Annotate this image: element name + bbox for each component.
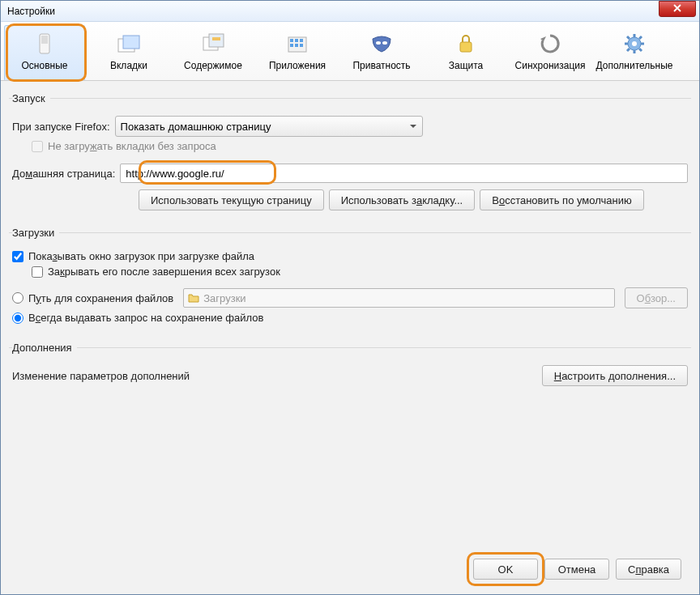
applications-icon [284, 31, 310, 57]
tab-label: Вкладки [110, 60, 147, 71]
tab-label: Защита [449, 60, 484, 71]
tab-applications[interactable]: Приложения [257, 25, 338, 80]
btn-use-current[interactable]: Использовать текущую страницу [139, 189, 324, 210]
mask-icon [369, 31, 395, 57]
homepage-input[interactable] [120, 164, 688, 183]
svg-line-25 [627, 49, 630, 51]
svg-rect-10 [300, 39, 303, 42]
legend-startup: Запуск [12, 92, 50, 104]
group-downloads: Загрузки Показывать окно загрузок при за… [9, 227, 691, 330]
folder-icon [188, 291, 199, 305]
svg-rect-13 [300, 44, 303, 47]
tab-sync[interactable]: Синхронизация [510, 25, 591, 80]
titlebar: Настройки [1, 1, 699, 22]
svg-line-26 [639, 36, 642, 39]
tab-security[interactable]: Защита [425, 25, 506, 80]
show-downloads-checkbox[interactable] [12, 251, 23, 262]
show-downloads-label: Показывать окно загрузок при загрузке фа… [28, 250, 254, 262]
tab-label: Приложения [269, 60, 326, 71]
tab-label: Синхронизация [515, 60, 586, 71]
close-after-label: Закрывать его после завершения всех загр… [48, 266, 280, 278]
toolbar: Основные Вкладки Содержимое Приложения П… [1, 22, 699, 81]
tab-label: Приватность [352, 60, 410, 71]
tab-label: Основные [22, 60, 68, 71]
startup-action-select-wrap: Показать домашнюю страницу [115, 116, 423, 137]
tab-tabs[interactable]: Вкладки [88, 25, 169, 80]
svg-rect-8 [290, 39, 293, 42]
tabs-icon [116, 31, 142, 57]
tab-label: Содержимое [184, 60, 242, 71]
svg-rect-9 [295, 39, 298, 42]
save-path-input [183, 288, 614, 308]
svg-line-23 [627, 36, 630, 39]
svg-point-15 [382, 41, 387, 45]
svg-rect-3 [123, 36, 139, 49]
lock-icon [453, 31, 479, 57]
dont-load-tabs-label: Не загружать вкладки без запроса [48, 140, 216, 152]
save-path-label: Путь для сохранения файлов [28, 292, 173, 304]
help-button[interactable]: Справка [616, 559, 681, 580]
browse-button[interactable]: Обзор... [625, 287, 688, 308]
switch-icon [32, 31, 58, 57]
tab-advanced[interactable]: Дополнительные [594, 25, 675, 80]
settings-window: Настройки Основные Вкладки Содержи [0, 0, 700, 595]
homepage-label: Домашняя страница: [12, 168, 115, 180]
close-button[interactable] [659, 1, 696, 17]
sync-icon [537, 31, 563, 57]
gear-icon [621, 31, 647, 57]
btn-use-bookmark[interactable]: Использовать закладку... [329, 189, 476, 210]
svg-point-18 [632, 41, 637, 46]
svg-rect-1 [41, 36, 48, 44]
tab-general[interactable]: Основные [4, 25, 85, 80]
ok-button[interactable]: OK [473, 559, 538, 580]
svg-rect-6 [212, 37, 220, 40]
btn-restore-default[interactable]: Восстановить по умолчанию [480, 189, 643, 210]
cancel-button[interactable]: Отмена [544, 559, 609, 580]
window-title: Настройки [7, 6, 659, 17]
configure-addons-button[interactable]: Настроить дополнения... [542, 365, 688, 386]
tab-privacy[interactable]: Приватность [341, 25, 422, 80]
svg-point-14 [376, 41, 381, 45]
dont-load-tabs-checkbox[interactable] [32, 141, 43, 152]
content-icon [200, 31, 226, 57]
close-icon [673, 2, 681, 15]
group-addons: Дополнения Изменение параметров дополнен… [9, 342, 691, 393]
always-ask-radio[interactable] [12, 312, 23, 324]
addons-desc: Изменение параметров дополнений [12, 370, 190, 382]
tab-label: Дополнительные [596, 60, 673, 71]
footer-buttons: OK Отмена Справка [473, 559, 681, 580]
startup-action-select[interactable]: Показать домашнюю страницу [115, 116, 423, 137]
close-after-checkbox[interactable] [32, 266, 43, 278]
legend-addons: Дополнения [12, 342, 77, 354]
startup-action-label: При запуске Firefox: [12, 121, 110, 133]
legend-downloads: Загрузки [12, 227, 59, 239]
content-area: Запуск При запуске Firefox: Показать дом… [1, 81, 699, 594]
svg-line-24 [639, 49, 642, 51]
svg-rect-16 [460, 42, 472, 52]
svg-rect-11 [290, 44, 293, 47]
save-path-radio[interactable] [12, 292, 23, 304]
group-startup: Запуск При запуске Firefox: Показать дом… [9, 92, 691, 215]
tab-content[interactable]: Содержимое [173, 25, 254, 80]
svg-rect-12 [295, 44, 298, 47]
always-ask-label: Всегда выдавать запрос на сохранение фай… [28, 312, 263, 324]
